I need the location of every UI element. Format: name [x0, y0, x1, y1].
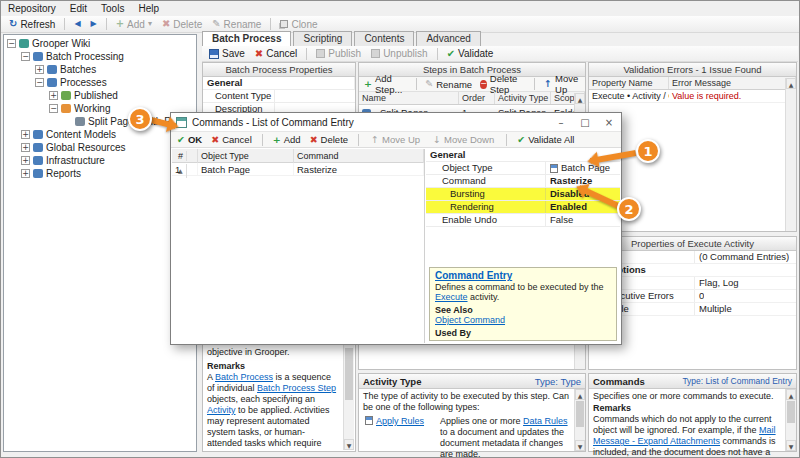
- tree-item-published[interactable]: + Published: [4, 89, 196, 102]
- validation-row[interactable]: Execute • Activity / Co... Value is requ…: [589, 90, 796, 103]
- tab-contents[interactable]: Contents: [354, 31, 414, 46]
- type-label[interactable]: Type: Type: [535, 376, 581, 387]
- dialog-title-bar[interactable]: Commands - List of Command Entry – □ ×: [171, 113, 621, 132]
- add-icon: +: [116, 19, 124, 29]
- collapse-icon[interactable]: −: [21, 52, 30, 61]
- column-order[interactable]: Order: [459, 92, 495, 104]
- inline-link[interactable]: Batch Process: [215, 372, 273, 382]
- dialog-delete-button[interactable]: ✖ Delete: [308, 134, 350, 145]
- inline-link[interactable]: Activity: [207, 405, 236, 415]
- scroll-up-icon[interactable]: ▲: [786, 389, 796, 400]
- unpublish-button[interactable]: Unpublish: [367, 47, 431, 60]
- column-name[interactable]: Name: [359, 92, 459, 104]
- propgrid-row-content-type[interactable]: Content Type: [203, 90, 355, 103]
- prop-value: (0 Command Entries): [695, 251, 789, 263]
- execute-link[interactable]: Execute: [435, 338, 468, 341]
- column-activity-type[interactable]: Activity Type: [495, 92, 551, 104]
- column-number[interactable]: # ▲: [172, 149, 198, 163]
- scroll-down-icon[interactable]: ▼: [786, 440, 796, 451]
- expand-icon[interactable]: +: [35, 65, 44, 74]
- tab-batch-process[interactable]: Batch Process: [202, 31, 291, 46]
- command-entry-link[interactable]: Command Entry: [435, 270, 512, 281]
- scrollbar-vertical[interactable]: ▲ ▼: [574, 389, 585, 451]
- cancel-button[interactable]: ✖ Cancel: [251, 47, 302, 60]
- tree-item-label: Content Models: [46, 129, 116, 140]
- tree-item-infrastructure[interactable]: + Infrastructure: [4, 154, 196, 167]
- rename-button[interactable]: ✎ Rename: [208, 18, 265, 31]
- minimize-button[interactable]: –: [549, 113, 573, 131]
- validate-button[interactable]: ✔ Validate: [443, 47, 498, 60]
- scroll-thumb[interactable]: [345, 348, 353, 400]
- tree-item-global-resources[interactable]: + Global Resources: [4, 141, 196, 154]
- ok-button[interactable]: ✔ OK: [175, 134, 204, 145]
- dialog-cancel-button[interactable]: ✖ Cancel: [209, 134, 254, 145]
- tab-advanced[interactable]: Advanced: [416, 31, 480, 46]
- prop-label: Content Type: [203, 90, 275, 102]
- propgrid-row-command[interactable]: Command Rasterize: [426, 175, 620, 188]
- inline-link[interactable]: Batch Process Step: [257, 383, 336, 393]
- column-object-type[interactable]: Object Type: [198, 149, 294, 163]
- expand-icon[interactable]: +: [21, 169, 30, 178]
- expand-icon[interactable]: +: [21, 143, 30, 152]
- scroll-up-icon[interactable]: ▲: [575, 389, 585, 400]
- publish-button[interactable]: Publish: [312, 47, 365, 60]
- dialog-add-button[interactable]: + Add: [271, 134, 303, 145]
- dialog-move-up-button[interactable]: ↑ Move Up: [367, 133, 424, 146]
- propgrid-row-rendering[interactable]: Rendering Enabled: [426, 201, 620, 214]
- dialog-move-down-button[interactable]: ↓ Move Down: [429, 133, 498, 146]
- validate-all-button[interactable]: ✔ Validate All: [515, 134, 576, 145]
- propgrid-section-general[interactable]: General: [203, 77, 355, 90]
- scroll-thumb[interactable]: [576, 401, 584, 427]
- add-button[interactable]: + Add ▾: [112, 18, 156, 31]
- scrollbar-vertical[interactable]: ▲ ▼: [785, 389, 796, 451]
- dialog-title: Commands - List of Command Entry: [192, 117, 354, 128]
- delete-button[interactable]: ✖ Delete: [158, 18, 206, 31]
- propgrid-row-enable-undo[interactable]: Enable Undo False: [426, 214, 620, 227]
- scroll-up-icon[interactable]: ▲: [786, 78, 796, 89]
- object-command-link[interactable]: Object Command: [435, 315, 505, 325]
- menu-edit[interactable]: Edit: [63, 1, 94, 16]
- type-label[interactable]: Type: List of Command Entry: [682, 376, 792, 386]
- column-property-name[interactable]: Property Name: [589, 77, 669, 89]
- maximize-button[interactable]: □: [573, 113, 597, 131]
- scroll-up-icon[interactable]: ▲: [575, 93, 585, 104]
- apply-rules-link[interactable]: Apply Rules: [376, 416, 424, 426]
- tree-item-processes[interactable]: − Processes: [4, 76, 196, 89]
- tree-item-reports[interactable]: + Reports: [4, 167, 196, 180]
- collapse-icon[interactable]: −: [7, 39, 16, 48]
- move-down-label: Move Down: [444, 134, 494, 145]
- tree-node-icon: [47, 78, 57, 87]
- main-tabs: Batch Process Scripting Contents Advance…: [202, 31, 483, 46]
- expand-icon[interactable]: +: [21, 130, 30, 139]
- menu-repository[interactable]: Repository: [1, 1, 63, 16]
- tree-item-working[interactable]: − Working: [4, 102, 196, 115]
- column-error-message[interactable]: Error Message: [669, 77, 796, 89]
- scroll-down-icon[interactable]: ▼: [575, 440, 585, 451]
- scrollbar-vertical[interactable]: ▲: [785, 78, 796, 231]
- forward-button[interactable]: ▶: [87, 19, 101, 29]
- rename-step-button[interactable]: ✎ Rename: [423, 79, 474, 90]
- refresh-button[interactable]: ↻ Refresh: [5, 18, 59, 31]
- menu-help[interactable]: Help: [131, 1, 166, 16]
- tree-item-batch-processing[interactable]: − Batch Processing: [4, 50, 196, 63]
- close-button[interactable]: ×: [597, 113, 621, 131]
- back-button[interactable]: ◀: [70, 19, 84, 29]
- tree-item-grooper-wiki[interactable]: − Grooper Wiki: [4, 37, 196, 50]
- save-button[interactable]: Save: [205, 47, 249, 60]
- tree-item-batches[interactable]: + Batches: [4, 63, 196, 76]
- command-entry-row[interactable]: 1 Batch Page Rasterize: [172, 163, 424, 176]
- inline-link[interactable]: Data Rules: [523, 416, 568, 426]
- collapse-icon[interactable]: −: [49, 104, 58, 113]
- collapse-icon[interactable]: −: [35, 78, 44, 87]
- scroll-thumb[interactable]: [787, 401, 795, 423]
- expand-icon[interactable]: +: [21, 156, 30, 165]
- menu-tools[interactable]: Tools: [94, 1, 131, 16]
- scroll-down-icon[interactable]: ▼: [344, 439, 354, 450]
- inline-link[interactable]: Execute: [435, 292, 468, 302]
- prop-value[interactable]: False: [546, 214, 620, 226]
- prop-value[interactable]: [275, 90, 355, 102]
- expand-icon[interactable]: +: [49, 91, 58, 100]
- tab-scripting[interactable]: Scripting: [293, 31, 352, 46]
- column-command[interactable]: Command: [294, 149, 424, 163]
- clone-button[interactable]: Clone: [276, 18, 321, 31]
